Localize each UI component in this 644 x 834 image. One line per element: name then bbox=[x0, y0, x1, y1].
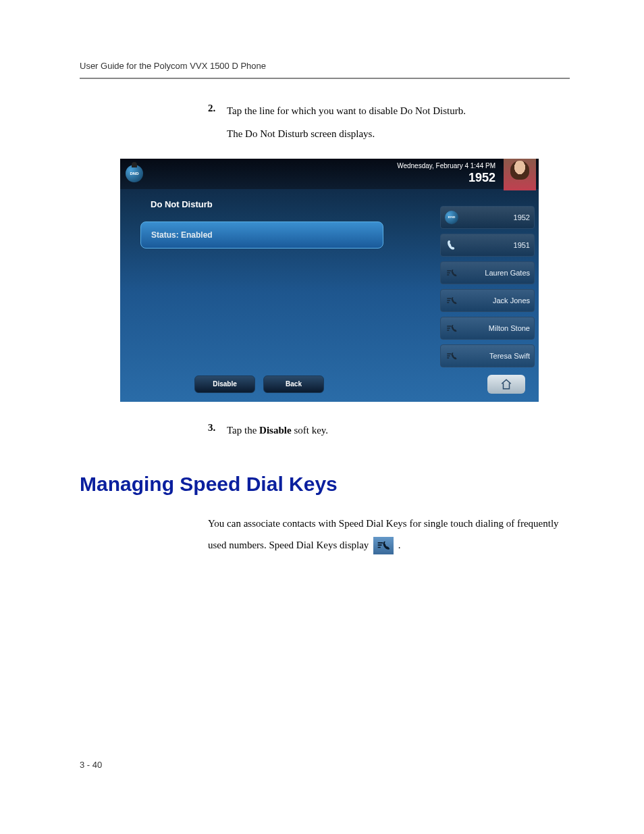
step-text: Tap the Disable soft key. bbox=[227, 422, 328, 440]
handset-icon bbox=[445, 238, 458, 252]
avatar bbox=[504, 159, 536, 191]
speed-dial-icon bbox=[445, 266, 458, 280]
date-time: Wednesday, February 4 1:44 PM 1952 bbox=[397, 161, 495, 186]
home-button[interactable] bbox=[487, 375, 525, 394]
extension: 1952 bbox=[397, 170, 495, 186]
dnd-status-icon: DND bbox=[126, 165, 143, 182]
screen-title: Do Not Disturb bbox=[140, 199, 434, 209]
speed-dial-icon bbox=[445, 349, 458, 363]
section-paragraph: You can associate contacts with Speed Di… bbox=[208, 513, 570, 556]
step-number: 2. bbox=[208, 103, 227, 120]
step-2-sub: The Do Not Disturb screen displays. bbox=[227, 128, 570, 140]
line-key-jack[interactable]: Jack Jones bbox=[440, 289, 535, 312]
speed-dial-icon bbox=[445, 321, 458, 335]
step-3: 3. Tap the Disable soft key. bbox=[208, 422, 570, 440]
home-icon bbox=[500, 378, 513, 390]
status-row[interactable]: Status: Enabled bbox=[140, 221, 383, 249]
line-label: Teresa Swift bbox=[489, 352, 530, 360]
speed-dial-icon bbox=[445, 294, 458, 307]
line-key-1952[interactable]: DND 1952 bbox=[440, 206, 535, 229]
disable-button[interactable]: Disable bbox=[194, 375, 255, 393]
phone-screenshot: DND Wednesday, February 4 1:44 PM 1952 D… bbox=[120, 159, 539, 402]
line-label: Lauren Gates bbox=[485, 269, 530, 277]
page-number: 3 - 40 bbox=[80, 760, 102, 770]
line-key-1951[interactable]: 1951 bbox=[440, 234, 535, 257]
date-text: Wednesday, February 4 1:44 PM bbox=[397, 161, 495, 170]
line-keys: DND 1952 1951 Lauren Gates Jack Jones bbox=[440, 206, 535, 372]
line-label: 1951 bbox=[514, 241, 530, 249]
screenshot-topbar: DND Wednesday, February 4 1:44 PM 1952 bbox=[120, 159, 539, 189]
line-label: Milton Stone bbox=[489, 324, 530, 332]
line-key-milton[interactable]: Milton Stone bbox=[440, 317, 535, 340]
screenshot-main: Do Not Disturb Status: Enabled bbox=[140, 199, 434, 249]
page-header: User Guide for the Polycom VVX 1500 D Ph… bbox=[80, 61, 570, 79]
line-key-teresa[interactable]: Teresa Swift bbox=[440, 344, 535, 367]
speed-dial-icon bbox=[373, 537, 394, 554]
step-text: Tap the line for which you want to disab… bbox=[227, 103, 466, 120]
section-heading: Managing Speed Dial Keys bbox=[80, 473, 570, 496]
line-key-lauren[interactable]: Lauren Gates bbox=[440, 261, 535, 284]
back-button[interactable]: Back bbox=[263, 375, 324, 393]
dnd-icon: DND bbox=[445, 211, 458, 224]
line-label: 1952 bbox=[514, 213, 530, 221]
softkey-bar: Disable Back bbox=[120, 372, 539, 396]
step-number: 3. bbox=[208, 422, 227, 440]
line-label: Jack Jones bbox=[493, 296, 530, 305]
step-2: 2. Tap the line for which you want to di… bbox=[208, 103, 570, 120]
